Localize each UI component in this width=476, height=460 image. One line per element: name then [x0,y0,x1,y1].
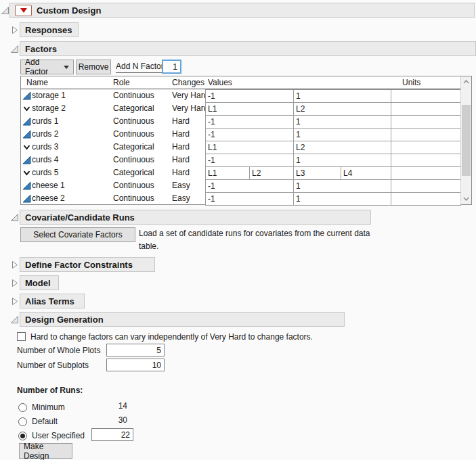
scroll-up-icon[interactable] [461,76,471,87]
units-cell[interactable] [391,179,461,193]
scroll-down-icon[interactable] [461,193,471,204]
factors-section-header[interactable]: Factors [20,41,476,56]
chevron-down-icon [64,66,69,69]
value-cell[interactable]: 1 [293,89,391,103]
disclosure-open-icon[interactable] [10,315,19,324]
table-scrollbar[interactable] [460,76,471,204]
value-cell[interactable]: 1 [293,115,391,129]
covariate-section-header[interactable]: Covariate/Candidate Runs [20,210,371,225]
table-row[interactable]: cheese 1 Continuous Easy -1 1 [21,179,471,192]
custom-design-header[interactable]: Custom Design [9,3,475,18]
value-cell[interactable]: 1 [293,154,391,167]
units-cell[interactable] [391,128,461,141]
factors-label: Factors [25,44,57,54]
red-triangle-menu-button[interactable] [15,5,32,16]
user-specified-radio[interactable] [18,432,27,440]
design-generation-section-header[interactable]: Design Generation [20,312,345,327]
add-factor-button[interactable]: Add Factor [20,60,74,74]
categorical-factor-icon [22,143,31,152]
responses-section-header[interactable]: Responses [20,22,79,37]
alias-terms-section-header[interactable]: Alias Terms [20,294,85,308]
col-changes: Changes [172,77,204,89]
default-label: Default [32,417,58,426]
table-row[interactable]: storage 1 Continuous Very Hard -1 1 [21,89,471,102]
units-cell[interactable] [391,89,461,103]
remove-button[interactable]: Remove [76,60,111,74]
table-row[interactable]: curds 3 Categorical Hard L1 L2 [21,141,471,154]
table-row[interactable]: storage 2 Categorical Very Hard L1 L2 [21,102,471,115]
constraints-section-header[interactable]: Define Factor Constraints [20,257,155,272]
units-cell[interactable] [391,192,461,206]
disclosure-open-icon[interactable] [10,213,19,222]
value-cell[interactable]: -1 [205,128,294,141]
custom-design-window: { "window": { "title": "Custom Design" }… [0,0,476,460]
model-section-header[interactable]: Model [20,275,59,290]
hard-to-change-checkbox[interactable] [17,332,26,341]
table-row[interactable]: curds 2 Continuous Hard -1 1 [21,128,471,141]
add-n-factors-input[interactable] [162,60,181,74]
col-units: Units [402,77,420,89]
table-row[interactable]: cheese 2 Continuous Easy -1 1 [21,192,471,205]
value-cell[interactable]: -1 [205,89,294,103]
whole-plots-label: Number of Whole Plots [17,346,100,355]
continuous-factor-icon [22,117,31,126]
disclosure-closed-icon[interactable] [10,26,19,34]
responses-label: Responses [25,25,72,35]
disclosure-closed-icon[interactable] [10,260,19,269]
value-cell[interactable]: L1 [205,141,294,154]
continuous-factor-icon [22,194,31,203]
add-n-factors-label: Add N Factors [116,62,168,73]
select-covariate-factors-button[interactable]: Select Covariate Factors [20,227,135,242]
units-cell[interactable] [391,141,461,154]
value-cell[interactable]: L4 [341,166,391,180]
minimum-runs-value: 14 [87,401,127,411]
number-of-runs-heading: Number of Runs: [17,386,83,395]
value-cell[interactable]: L1 [205,102,294,116]
value-cell[interactable]: 1 [293,179,391,193]
user-specified-label: User Specified [32,431,85,440]
minimum-radio[interactable] [18,403,27,412]
units-cell[interactable] [391,102,461,116]
continuous-factor-icon [22,91,31,100]
units-cell[interactable] [391,115,461,129]
value-cell[interactable]: L2 [293,102,391,116]
value-cell[interactable]: L3 [293,166,341,180]
covariate-description: Load a set of candidate runs for covaria… [139,227,376,253]
disclosure-open-icon[interactable] [10,45,19,53]
subplots-label: Number of Subplots [17,361,89,370]
continuous-factor-icon [22,130,31,139]
window-title: Custom Design [37,5,101,16]
disclosure-open-icon[interactable] [1,6,9,15]
disclosure-closed-icon[interactable] [10,279,19,288]
disclosure-closed-icon[interactable] [10,297,19,306]
design-generation-label: Design Generation [25,315,104,325]
value-cell[interactable]: L2 [249,166,294,180]
continuous-factor-icon [22,181,31,190]
whole-plots-input[interactable] [106,344,165,356]
value-cell[interactable]: L2 [293,141,391,154]
table-row[interactable]: curds 4 Continuous Hard -1 1 [21,154,471,166]
value-cell[interactable]: -1 [205,192,294,206]
value-cell[interactable]: 1 [293,128,391,141]
covariate-label: Covariate/Candidate Runs [25,212,135,223]
value-cell[interactable]: -1 [205,179,294,193]
value-cell[interactable]: L1 [205,166,250,180]
subplots-input[interactable] [106,359,165,371]
units-cell[interactable] [391,154,461,167]
constraints-label: Define Factor Constraints [25,260,133,270]
units-cell[interactable] [391,166,461,180]
minimum-label: Minimum [32,402,65,412]
value-cell[interactable]: -1 [205,115,294,129]
table-row[interactable]: curds 1 Continuous Hard -1 1 [21,115,471,128]
default-radio[interactable] [18,417,27,426]
col-role: Role [113,77,130,89]
table-row[interactable]: curds 5 Categorical Hard L1 L2 L3 L4 [21,166,471,179]
value-cell[interactable]: 1 [293,192,391,206]
value-cell[interactable]: -1 [205,154,294,167]
make-design-button[interactable]: Make Design [19,443,72,459]
scrollbar-thumb[interactable] [462,105,471,176]
user-specified-runs-input[interactable] [91,428,133,441]
red-triangle-icon [20,8,27,13]
default-runs-value: 30 [87,415,127,425]
factors-table-header: Name Role Changes Values Units [21,76,471,89]
